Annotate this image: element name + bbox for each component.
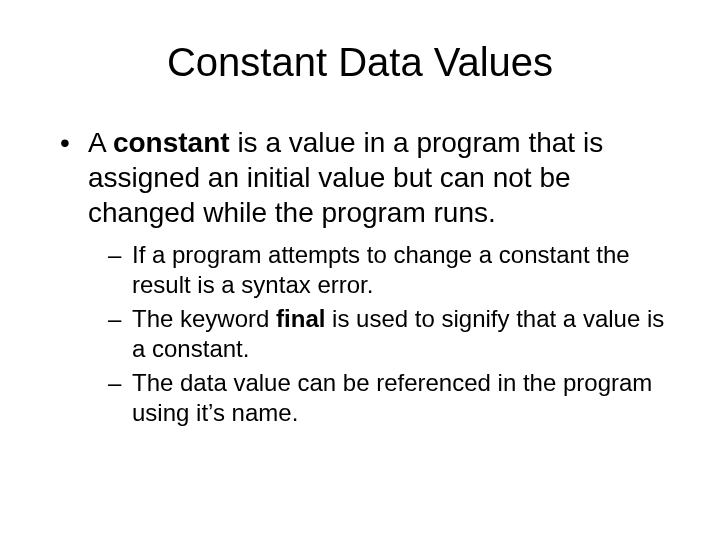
bullet-item-1: A constant is a value in a program that … <box>60 125 670 428</box>
bullet-list: A constant is a value in a program that … <box>60 125 670 428</box>
slide-title: Constant Data Values <box>50 40 670 85</box>
bold-final: final <box>276 305 325 332</box>
sub-bullet-1: If a program attempts to change a consta… <box>108 240 670 300</box>
text-fragment: The keyword <box>132 305 276 332</box>
sub-bullet-2: The keyword final is used to signify tha… <box>108 304 670 364</box>
sub-bullet-list: If a program attempts to change a consta… <box>108 240 670 428</box>
bold-constant: constant <box>113 127 230 158</box>
sub-bullet-3: The data value can be referenced in the … <box>108 368 670 428</box>
text-fragment: A <box>88 127 113 158</box>
slide: Constant Data Values A constant is a val… <box>0 0 720 540</box>
